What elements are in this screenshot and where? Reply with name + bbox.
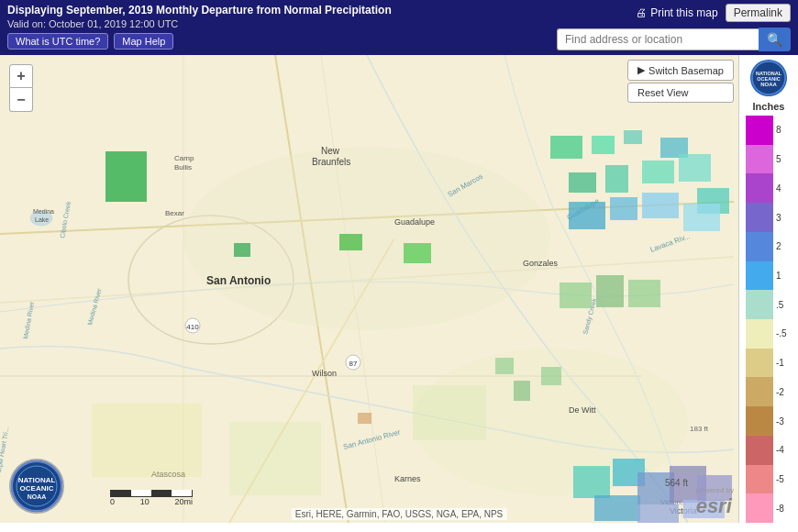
zoom-controls: + − <box>9 64 33 112</box>
search-input[interactable] <box>557 28 759 50</box>
svg-rect-72 <box>495 358 514 374</box>
top-actions: 🖨 Print this map Permalink <box>636 4 791 22</box>
legend-swatch <box>746 203 773 232</box>
header-title: Displaying September, 2019 Monthly Depar… <box>7 4 557 17</box>
svg-text:Karnes: Karnes <box>394 474 421 483</box>
svg-rect-75 <box>92 404 202 477</box>
switch-basemap-label: Switch Basemap <box>648 65 724 76</box>
svg-text:Gonzales: Gonzales <box>523 259 559 268</box>
legend-label: -1 <box>773 358 784 368</box>
color-bar: 854321.5-.5-1-2-3-4-5-8 <box>746 116 792 523</box>
scale-seg-2 <box>131 490 151 496</box>
map-tools: ▶ Switch Basemap Reset View <box>627 60 734 103</box>
legend-label: -2 <box>773 387 784 397</box>
svg-text:OCEANIC: OCEANIC <box>20 484 54 493</box>
legend-row: -.5 <box>746 319 792 349</box>
legend-label: 3 <box>773 213 781 223</box>
legend-row: -2 <box>746 377 792 406</box>
switch-basemap-button[interactable]: ▶ Switch Basemap <box>627 60 734 81</box>
svg-rect-60 <box>560 283 592 308</box>
svg-rect-52 <box>605 165 628 193</box>
svg-text:183 ft: 183 ft <box>690 425 709 433</box>
legend-swatch <box>746 116 773 145</box>
legend-label: -.5 <box>773 328 787 338</box>
noaa-logo-bottom: NATIONAL OCEANIC NOAA <box>9 459 64 514</box>
zoom-out-button[interactable]: − <box>9 88 33 112</box>
esri-logo: powered by esri <box>696 486 734 518</box>
zoom-in-button[interactable]: + <box>9 64 33 88</box>
legend-swatch <box>746 377 773 406</box>
legend-title: Inches <box>753 101 785 112</box>
svg-rect-61 <box>596 275 624 307</box>
basemap-icon: ▶ <box>637 64 645 76</box>
search-button[interactable]: 🔍 <box>759 28 791 51</box>
legend-row: 3 <box>746 203 792 232</box>
legend-label: -8 <box>773 504 784 514</box>
header-left: Displaying September, 2019 Monthly Depar… <box>7 4 557 50</box>
svg-text:Medina: Medina <box>33 208 54 215</box>
legend-swatch <box>746 465 773 494</box>
legend-swatch <box>746 406 773 436</box>
svg-text:Bexar: Bexar <box>165 209 184 217</box>
svg-rect-48 <box>592 136 615 154</box>
svg-rect-73 <box>514 381 530 401</box>
scale-bar-inner: 0 10 20mi <box>110 490 193 506</box>
legend-swatch <box>746 232 773 261</box>
legend-row: .5 <box>746 290 792 319</box>
svg-text:De Witt: De Witt <box>569 405 596 415</box>
svg-text:Braunfels: Braunfels <box>312 157 350 167</box>
legend-row: -8 <box>746 493 792 523</box>
attribution-text: Esri, HERE, Garmin, FAO, USGS, NGA, EPA,… <box>292 508 507 520</box>
svg-rect-77 <box>413 385 486 440</box>
svg-rect-65 <box>594 495 640 521</box>
scale-label-0: 0 <box>110 497 115 506</box>
svg-text:Guadalupe: Guadalupe <box>394 217 435 227</box>
map-background: San Antonio New Braunfels Guadalupe Gonz… <box>0 55 798 523</box>
header-valid: Valid on: October 01, 2019 12:00 UTC <box>7 18 557 29</box>
reset-view-button[interactable]: Reset View <box>627 83 734 103</box>
svg-point-11 <box>183 147 550 330</box>
scale-seg-4 <box>172 490 192 496</box>
svg-rect-47 <box>550 136 582 159</box>
scale-seg-3 <box>151 490 172 496</box>
svg-text:San Antonio: San Antonio <box>206 274 271 287</box>
header: Displaying September, 2019 Monthly Depar… <box>0 0 798 55</box>
legend-label: 2 <box>773 241 781 251</box>
permalink-button[interactable]: Permalink <box>726 4 791 22</box>
svg-rect-43 <box>105 151 147 202</box>
svg-rect-76 <box>229 422 321 495</box>
svg-rect-53 <box>642 161 674 183</box>
scale-bar-line <box>110 490 193 497</box>
svg-rect-51 <box>569 172 596 193</box>
legend-label: -5 <box>773 474 784 484</box>
svg-rect-46 <box>234 243 250 257</box>
noaa-emblem: NATIONAL OCEANIC NOAA <box>11 460 62 512</box>
legend-swatch <box>746 493 773 523</box>
legend-swatch <box>746 261 773 291</box>
scale-seg-1 <box>111 490 131 496</box>
svg-text:Camp: Camp <box>174 154 194 162</box>
svg-rect-45 <box>404 243 431 263</box>
svg-text:NOAA: NOAA <box>760 82 777 87</box>
elevation-label: 564 ft <box>665 478 688 488</box>
powered-by-label: powered by <box>696 486 734 494</box>
map-help-button[interactable]: Map Help <box>114 33 173 50</box>
svg-rect-59 <box>683 204 720 231</box>
print-button[interactable]: 🖨 Print this map <box>636 6 717 19</box>
legend-label: .5 <box>773 300 783 310</box>
legend-swatch <box>746 173 773 203</box>
utc-button[interactable]: What is UTC time? <box>7 33 108 50</box>
legend-row: -1 <box>746 349 792 378</box>
svg-rect-44 <box>339 234 362 250</box>
legend-row: 1 <box>746 261 792 291</box>
svg-rect-54 <box>679 154 711 182</box>
svg-text:Bullis: Bullis <box>174 163 192 172</box>
legend-row: -4 <box>746 436 792 465</box>
legend-row: -5 <box>746 465 792 494</box>
legend-label: 8 <box>773 125 781 135</box>
legend: NATIONAL OCEANIC NOAA Inches 854321.5-.5… <box>738 55 798 523</box>
scale-label-10: 10 <box>140 497 150 506</box>
legend-label: -4 <box>773 445 784 455</box>
svg-rect-56 <box>569 202 605 229</box>
header-buttons: What is UTC time? Map Help <box>7 33 557 50</box>
